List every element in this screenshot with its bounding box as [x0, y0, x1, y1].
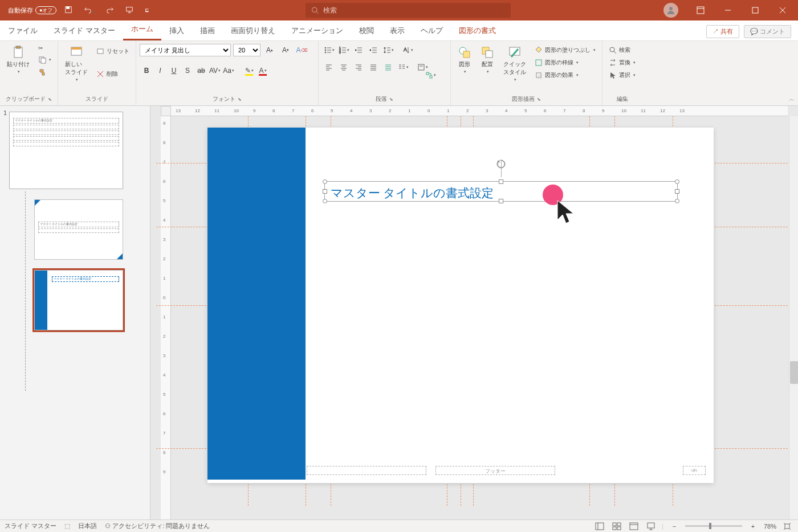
comment-button[interactable]: 💬 コメント: [744, 25, 791, 38]
font-launcher[interactable]: ⬊: [238, 97, 242, 102]
tab-review[interactable]: 校閲: [351, 21, 382, 40]
slideshow-start-icon[interactable]: [122, 5, 137, 16]
tab-home[interactable]: ホーム: [123, 19, 161, 40]
fit-button[interactable]: [781, 521, 793, 531]
reset-button[interactable]: リセット: [93, 46, 132, 57]
decrease-indent-button[interactable]: [352, 43, 365, 57]
numbering-button[interactable]: 123▾: [337, 43, 351, 57]
line-spacing-button[interactable]: ▾: [381, 43, 395, 57]
slideshow-view-button[interactable]: [645, 521, 657, 531]
replace-button[interactable]: 置換▾: [606, 57, 638, 68]
tab-view[interactable]: 表示: [382, 21, 413, 40]
format-painter-button[interactable]: [35, 67, 54, 78]
copy-button[interactable]: ▾: [35, 54, 54, 66]
ruler-vertical[interactable]: 9876543210123456789: [161, 116, 171, 519]
select-button[interactable]: 選択▾: [606, 69, 638, 81]
align-center-button[interactable]: [337, 60, 351, 74]
increase-font-button[interactable]: A▴: [263, 43, 276, 57]
delete-button[interactable]: 削除: [93, 68, 132, 80]
change-case-button[interactable]: Aa▾: [222, 64, 235, 77]
tab-slidemaster[interactable]: スライド マスター: [46, 21, 123, 40]
text-direction-button[interactable]: A▾: [401, 43, 414, 57]
distribute-button[interactable]: [381, 60, 395, 74]
shapes-button[interactable]: 図形▾: [454, 43, 475, 76]
search-input[interactable]: [323, 6, 505, 14]
shape-outline-button[interactable]: 図形の枠線▾: [532, 57, 598, 68]
minimize-button[interactable]: [715, 0, 741, 21]
footer-placeholder[interactable]: フッター: [435, 466, 555, 475]
autosave-toggle[interactable]: 自動保存 ● オフ: [8, 6, 56, 15]
sorter-view-button[interactable]: [610, 521, 623, 531]
find-button[interactable]: 検索: [606, 44, 638, 56]
char-spacing-button[interactable]: AV▾: [208, 64, 222, 77]
smartart-button[interactable]: ▾: [424, 68, 437, 82]
reading-view-button[interactable]: [628, 521, 640, 531]
italic-button[interactable]: I: [153, 64, 167, 77]
tab-shapeformat[interactable]: 図形の書式: [451, 21, 504, 40]
highlight-button[interactable]: ✎▾: [242, 64, 256, 77]
ruler-horizontal[interactable]: 13121110987654321012345678910111213: [171, 106, 788, 116]
quickstyle-button[interactable]: クイック スタイル▾: [500, 43, 530, 84]
blue-sidebar-shape[interactable]: [207, 128, 306, 480]
redo-button[interactable]: [103, 5, 117, 16]
strike-button[interactable]: ab: [194, 64, 208, 77]
shape-fill-button[interactable]: 図形の塗りつぶし▾: [532, 44, 598, 56]
zoom-out-button[interactable]: −: [668, 521, 681, 531]
cut-button[interactable]: ✂: [35, 43, 54, 53]
ribbon-display-button[interactable]: [687, 0, 714, 21]
paragraph-launcher[interactable]: ⬊: [389, 97, 393, 102]
tab-insert[interactable]: 挿入: [161, 21, 192, 40]
qat-customize[interactable]: ⋤: [141, 6, 153, 14]
shape-effects-button[interactable]: 図形の効果▾: [532, 69, 598, 81]
vertical-scrollbar[interactable]: [789, 116, 798, 519]
tab-file[interactable]: ファイル: [0, 21, 46, 40]
font-size-select[interactable]: 20: [233, 44, 260, 56]
align-right-button[interactable]: [352, 60, 365, 74]
save-icon[interactable]: [61, 5, 76, 16]
status-accessibility[interactable]: ⚇ アクセシビリティ: 問題ありません: [105, 522, 210, 530]
undo-button[interactable]: ▾: [80, 5, 98, 16]
pagenum-placeholder[interactable]: ‹#›: [683, 466, 706, 475]
status-lang[interactable]: 日本語: [78, 522, 97, 530]
status-mode[interactable]: スライド マスター: [5, 522, 56, 530]
zoom-slider[interactable]: [685, 525, 742, 527]
status-spellcheck-icon[interactable]: ⬚: [64, 522, 70, 530]
arrange-button[interactable]: 配置▾: [477, 43, 498, 76]
columns-button[interactable]: ▾: [396, 60, 410, 74]
slide-panel[interactable]: 1 マスター タイトルの書式設定 マスター タイトルの書式設定 マスター タイト…: [0, 106, 150, 519]
tab-animation[interactable]: アニメーション: [283, 21, 351, 40]
master-thumbnail[interactable]: マスター タイトルの書式設定: [9, 112, 123, 189]
bold-button[interactable]: B: [140, 64, 153, 77]
shadow-button[interactable]: S: [181, 64, 194, 77]
slide[interactable]: マスター タイトルの書式設定 フッター ‹#›: [207, 128, 714, 483]
clear-format-button[interactable]: A⌫: [295, 43, 308, 57]
font-color-button[interactable]: A▾: [256, 64, 270, 77]
share-button[interactable]: ↗ 共有: [706, 25, 739, 38]
tab-help[interactable]: ヘルプ: [413, 21, 451, 40]
collapse-ribbon-button[interactable]: ︿: [789, 95, 795, 103]
maximize-button[interactable]: [742, 0, 768, 21]
new-slide-button[interactable]: 新しい スライド▾: [62, 43, 91, 84]
close-button[interactable]: [769, 0, 796, 21]
date-placeholder[interactable]: [307, 466, 426, 475]
layout-thumbnail-1[interactable]: マスター タイトルの書式設定: [34, 199, 123, 260]
increase-indent-button[interactable]: [367, 43, 380, 57]
paste-button[interactable]: 貼り付け▾: [3, 43, 33, 76]
align-left-button[interactable]: [322, 60, 336, 74]
tab-draw[interactable]: 描画: [192, 21, 223, 40]
decrease-font-button[interactable]: A▾: [279, 43, 292, 57]
clipboard-launcher[interactable]: ⬊: [48, 97, 52, 102]
normal-view-button[interactable]: [593, 521, 606, 531]
drawing-launcher[interactable]: ⬊: [537, 97, 541, 102]
font-name-select[interactable]: メイリオ 見出し: [140, 44, 231, 56]
justify-button[interactable]: [367, 60, 380, 74]
zoom-in-button[interactable]: +: [747, 521, 759, 531]
zoom-level[interactable]: 78%: [764, 523, 776, 530]
underline-button[interactable]: U: [167, 64, 181, 77]
bullets-button[interactable]: ▾: [322, 43, 336, 57]
scrollbar-thumb[interactable]: [790, 361, 798, 384]
canvas-area[interactable]: 13121110987654321012345678910111213 9876…: [150, 106, 798, 519]
tab-transition[interactable]: 画面切り替え: [223, 21, 283, 40]
search-box[interactable]: [306, 3, 511, 18]
user-avatar[interactable]: [663, 3, 678, 18]
